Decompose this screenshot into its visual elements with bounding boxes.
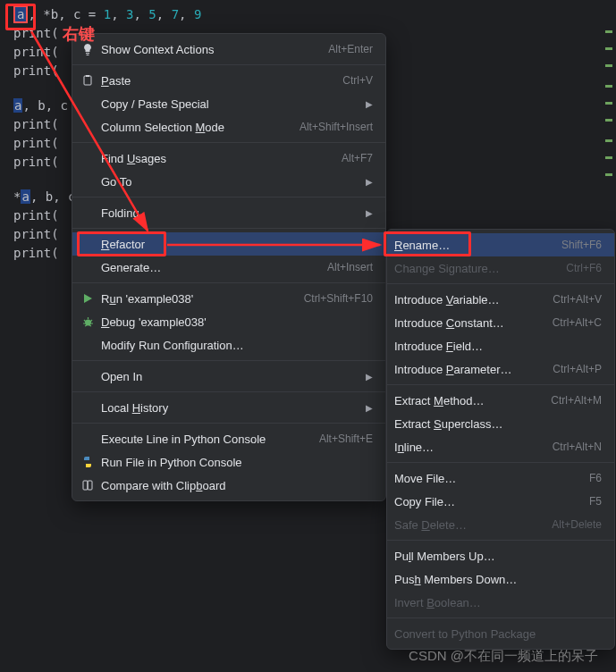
submenu-push-down[interactable]: Push Members Down… (387, 567, 614, 591)
menu-execute-line[interactable]: Execute Line in Python Console Alt+Shift… (72, 427, 385, 450)
menu-label: Column Selection Mode (101, 121, 289, 134)
menu-label: Folding (101, 206, 355, 220)
menu-shortcut: Ctrl+F6 (566, 262, 602, 274)
submenu-inline[interactable]: Inline… Ctrl+Alt+N (387, 435, 614, 458)
menu-compare-clipboard[interactable]: Compare with Clipboard (72, 474, 385, 497)
menu-shortcut: Alt+Shift+Insert (300, 121, 373, 133)
paste-icon (80, 72, 96, 88)
menu-shortcut: Ctrl+V (342, 74, 373, 87)
menu-label: Safe Delete… (394, 518, 541, 532)
menu-local-history[interactable]: Local History ▶ (72, 396, 385, 419)
menu-run[interactable]: Run 'example038' Ctrl+Shift+F10 (72, 287, 385, 310)
menu-shortcut: Alt+F7 (342, 152, 373, 164)
menu-label: Open In (101, 370, 355, 383)
svg-rect-1 (86, 75, 89, 77)
menu-shortcut: Ctrl+Alt+M (551, 394, 602, 407)
menu-paste[interactable]: Paste Ctrl+V (72, 69, 385, 92)
menu-label: Pull Members Up… (394, 550, 602, 563)
submenu-move-file[interactable]: Move File… F6 (387, 466, 614, 490)
submenu-convert-package: Convert to Python Package (387, 622, 614, 645)
chevron-right-icon: ▶ (366, 372, 373, 382)
submenu-pull-up[interactable]: Pull Members Up… (387, 544, 614, 567)
submenu-introduce-constant[interactable]: Introduce Constant… Ctrl+Alt+C (387, 311, 614, 334)
chevron-right-icon: ▶ (366, 239, 373, 249)
separator (387, 462, 614, 463)
menu-find-usages[interactable]: Find Usages Alt+F7 (72, 147, 385, 170)
menu-shortcut: F5 (589, 495, 602, 508)
separator (72, 64, 385, 65)
watermark: CSDN @不在同一频道上的呆子 (409, 648, 598, 665)
chevron-right-icon: ▶ (366, 208, 373, 218)
separator (387, 283, 614, 284)
menu-folding[interactable]: Folding ▶ (72, 201, 385, 224)
svg-rect-4 (88, 481, 92, 490)
compare-icon (80, 477, 96, 493)
menu-shortcut: Ctrl+Shift+F10 (304, 292, 373, 305)
menu-label: Extract Method… (394, 394, 540, 407)
separator (72, 282, 385, 283)
menu-label: Convert to Python Package (394, 627, 602, 641)
submenu-copy-file[interactable]: Copy File… F5 (387, 490, 614, 513)
menu-label: Introduce Field… (394, 340, 602, 353)
submenu-change-signature: Change Signature… Ctrl+F6 (387, 256, 614, 280)
chevron-right-icon: ▶ (366, 177, 373, 187)
menu-shortcut: Ctrl+Alt+N (553, 441, 602, 453)
chevron-right-icon: ▶ (366, 99, 373, 109)
run-icon (80, 290, 96, 307)
menu-label: Move File… (394, 472, 578, 485)
menu-goto[interactable]: Go To ▶ (72, 170, 385, 193)
menu-label: Compare with Clipboard (101, 479, 373, 492)
menu-open-in[interactable]: Open In ▶ (72, 365, 385, 388)
menu-shortcut: Shift+F6 (561, 239, 602, 251)
menu-label: Generate… (101, 261, 316, 274)
menu-modify-run-config[interactable]: Modify Run Configuration… (72, 333, 385, 357)
menu-label: Modify Run Configuration… (101, 339, 373, 352)
menu-column-selection[interactable]: Column Selection Mode Alt+Shift+Insert (72, 115, 385, 139)
menu-show-context-actions[interactable]: Show Context Actions Alt+Enter (72, 38, 385, 61)
menu-label: Copy File… (394, 495, 578, 508)
menu-shortcut: Alt+Insert (327, 261, 373, 273)
code-line[interactable]: a, *b, c = 1, 3, 5, 7, 9 (0, 5, 616, 24)
menu-shortcut: Ctrl+Alt+C (553, 316, 602, 329)
menu-label: Change Signature… (394, 262, 555, 275)
submenu-extract-method[interactable]: Extract Method… Ctrl+Alt+M (387, 389, 614, 412)
submenu-introduce-field[interactable]: Introduce Field… (387, 334, 614, 357)
menu-label: Run 'example038' (101, 292, 293, 306)
context-menu: Show Context Actions Alt+Enter Paste Ctr… (72, 33, 386, 501)
separator (72, 197, 385, 197)
menu-label: Invert Boolean… (394, 596, 602, 609)
refactor-submenu: Rename… Shift+F6 Change Signature… Ctrl+… (386, 229, 615, 650)
submenu-introduce-parameter[interactable]: Introduce Parameter… Ctrl+Alt+P (387, 357, 614, 381)
menu-shortcut: F6 (589, 472, 602, 484)
menu-label: Execute Line in Python Console (101, 433, 308, 446)
menu-label: Introduce Constant… (394, 316, 542, 330)
submenu-introduce-variable[interactable]: Introduce Variable… Ctrl+Alt+V (387, 288, 614, 311)
menu-shortcut: Alt+Delete (552, 518, 602, 531)
menu-label: Paste (101, 74, 332, 88)
menu-label: Push Members Down… (394, 573, 602, 586)
chevron-right-icon: ▶ (366, 403, 373, 413)
menu-label: Local History (101, 401, 355, 415)
separator (72, 142, 385, 143)
menu-label: Refactor (101, 238, 355, 251)
menu-refactor[interactable]: Refactor ▶ (72, 232, 385, 256)
separator (387, 384, 614, 385)
submenu-rename[interactable]: Rename… Shift+F6 (387, 233, 614, 256)
separator (72, 228, 385, 229)
bulb-icon (80, 41, 96, 57)
submenu-extract-superclass[interactable]: Extract Superclass… (387, 412, 614, 435)
separator (72, 360, 385, 361)
svg-rect-3 (83, 481, 88, 490)
menu-debug[interactable]: Debug 'example038' (72, 310, 385, 333)
menu-copy-paste-special[interactable]: Copy / Paste Special ▶ (72, 92, 385, 115)
python-icon (80, 454, 96, 470)
menu-run-file-console[interactable]: Run File in Python Console (72, 450, 385, 474)
menu-label: Inline… (394, 441, 542, 454)
menu-shortcut: Ctrl+Alt+V (553, 293, 602, 306)
menu-label: Extract Superclass… (394, 417, 602, 431)
debug-icon (80, 314, 96, 330)
svg-point-2 (85, 319, 91, 325)
menu-label: Debug 'example038' (101, 315, 373, 329)
menu-generate[interactable]: Generate… Alt+Insert (72, 256, 385, 279)
submenu-invert-boolean: Invert Boolean… (387, 591, 614, 614)
